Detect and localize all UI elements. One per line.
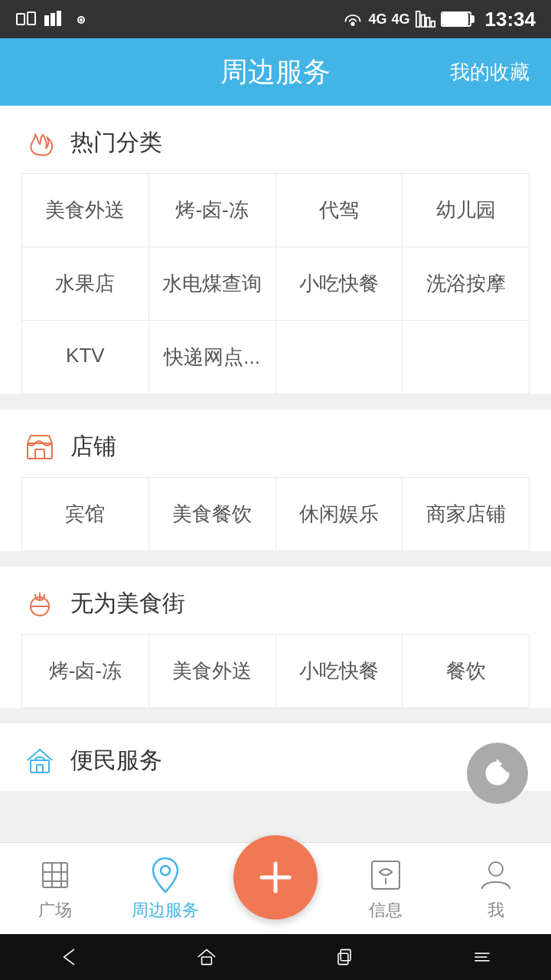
svg-rect-18 [31,760,49,773]
svg-rect-16 [35,449,44,459]
food-street-title: 无为美食街 [70,588,185,619]
grid-cell[interactable]: 餐饮 [403,635,530,708]
back-button[interactable] [57,945,81,969]
home-button[interactable] [194,945,219,969]
grid-cell[interactable]: 烤-卤-冻 [149,174,276,247]
nav-info-label: 信息 [369,899,403,922]
my-favorites-button[interactable]: 我的收藏 [450,59,530,86]
hot-categories-title: 热门分类 [70,127,162,158]
refresh-button[interactable] [467,743,528,804]
food-street-header: 无为美食街 [0,567,551,634]
svg-rect-32 [341,949,350,960]
grid-cell[interactable]: 商家店铺 [403,478,530,551]
grid-cell[interactable]: 美食外送 [22,174,149,247]
grid-cell[interactable]: 烤-卤-冻 [22,635,149,708]
me-icon [477,856,515,894]
svg-point-7 [352,22,355,25]
nav-me[interactable]: 我 [441,856,551,922]
svg-rect-31 [338,953,348,964]
grid-cell: . [276,321,403,394]
svg-rect-1 [28,12,35,24]
nav-nearby[interactable]: 周边服务 [110,856,220,922]
grid-cell[interactable]: 美食外送 [149,635,276,708]
svg-rect-30 [202,957,212,965]
grid-cell[interactable]: 水电煤查询 [149,247,276,321]
location-icon [146,856,184,894]
shops-section: 店铺 宾馆美食餐饮休闲娱乐商家店铺 [0,410,551,551]
menu-button[interactable] [470,945,494,969]
svg-point-25 [161,866,170,875]
svg-rect-9 [421,15,425,27]
svg-rect-13 [471,16,474,22]
grid-cell[interactable]: KTV [22,321,149,394]
grid-cell[interactable]: 小吃快餐 [276,247,403,321]
svg-rect-10 [425,18,429,27]
grid-cell[interactable]: 宾馆 [22,478,149,551]
shop-icon [21,428,58,465]
grid-cell[interactable]: 快递网点... [149,321,276,394]
nav-info[interactable]: 信息 [331,856,441,922]
svg-rect-14 [443,14,468,24]
status-left-icons [15,11,90,28]
svg-rect-4 [57,11,61,26]
svg-rect-2 [44,15,49,26]
svg-rect-11 [431,21,435,27]
food-street-section: 无为美食街 烤-卤-冻美食外送小吃快餐餐饮 [0,567,551,708]
grid-cell[interactable]: 休闲娱乐 [276,478,403,551]
nav-plaza-label: 广场 [38,899,72,922]
hot-categories-grid: 美食外送烤-卤-冻代驾幼儿园水果店水电煤查询小吃快餐洗浴按摩KTV快递网点...… [21,173,530,394]
public-services-title: 便民服务 [70,745,162,776]
status-right-info: 4G 4G 13:34 [342,8,536,31]
system-nav-bar [0,934,551,980]
hot-categories-section: 热门分类 美食外送烤-卤-冻代驾幼儿园水果店水电煤查询小吃快餐洗浴按摩KTV快递… [0,106,551,394]
info-icon [367,856,405,894]
shops-title: 店铺 [70,431,116,462]
svg-point-29 [489,862,503,876]
grid-cell: . [403,321,530,394]
home-service-icon [21,742,58,779]
shops-grid: 宾馆美食餐饮休闲娱乐商家店铺 [21,477,530,551]
grid-cell[interactable]: 美食餐饮 [149,478,276,551]
svg-rect-20 [43,863,67,887]
nav-plaza[interactable]: 广场 [0,856,110,922]
fire-icon [21,124,58,161]
svg-rect-19 [37,765,43,773]
nav-me-label: 我 [487,899,504,922]
grid-cell[interactable]: 水果店 [22,247,149,321]
svg-rect-0 [17,14,24,24]
app-header: 周边服务 我的收藏 [0,38,551,106]
status-bar: 4G 4G 13:34 [0,0,551,38]
time-display: 13:34 [485,8,536,31]
hot-categories-header: 热门分类 [0,106,551,173]
grid-cell[interactable]: 幼儿园 [403,174,530,247]
plaza-icon [36,856,74,894]
svg-point-6 [80,19,82,21]
food-street-grid: 烤-卤-冻美食外送小吃快餐餐饮 [21,634,530,708]
svg-rect-3 [51,13,55,26]
shops-header: 店铺 [0,410,551,477]
bottom-navigation: 广场 周边服务 信息 [0,842,551,934]
nav-nearby-label: 周边服务 [132,899,199,922]
grid-cell[interactable]: 小吃快餐 [276,635,403,708]
svg-rect-8 [416,11,419,28]
add-button[interactable] [233,835,318,920]
food-street-icon [21,585,58,622]
header-title: 周边服务 [220,54,331,91]
grid-cell[interactable]: 洗浴按摩 [403,247,530,321]
grid-cell[interactable]: 代驾 [276,174,403,247]
nav-add[interactable] [220,858,331,920]
recents-button[interactable] [332,945,357,969]
